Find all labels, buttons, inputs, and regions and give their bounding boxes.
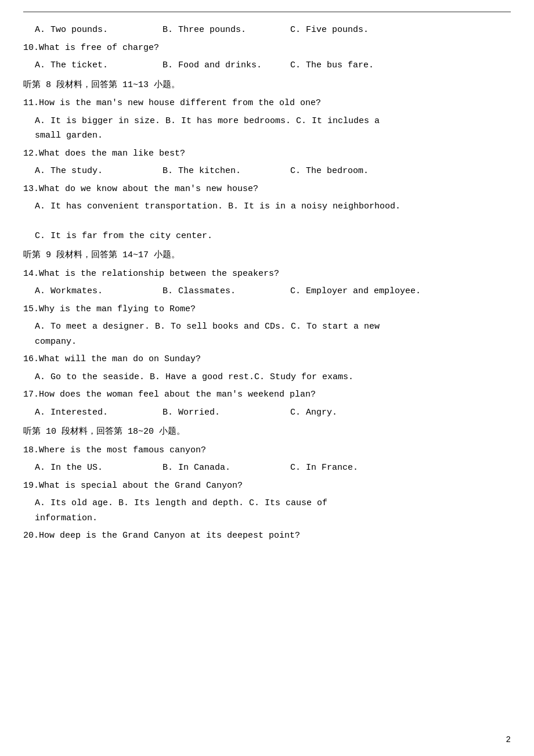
question: 18.Where is the most famous canyon?: [23, 443, 511, 458]
question: 14.What is the relationship between the …: [23, 267, 511, 282]
options-wrap-line2: small garden.: [35, 128, 511, 143]
option-b: B. Classmates.: [163, 284, 290, 299]
options-row: A. Workmates.B. Classmates.C. Employer a…: [23, 284, 511, 299]
continuation-text: C. It is far from the city center.: [23, 229, 511, 244]
option-c: C. In France.: [290, 460, 406, 476]
options-wrap-line1: A. Its old age. B. Its length and depth.…: [35, 496, 511, 511]
options-wrap-line1: A. It is bigger in size. B. It has more …: [35, 114, 511, 129]
content-area: A. Two pounds.B. Three pounds.C. Five po…: [23, 23, 511, 543]
option-b: B. The kitchen.: [163, 164, 290, 179]
question: 12.What does the man like best?: [23, 146, 511, 161]
options-wrap-row: A. It has convenient transportation. B. …: [23, 199, 511, 214]
options-wrap-row: A. It is bigger in size. B. It has more …: [23, 114, 511, 143]
options-row: A. Two pounds.B. Three pounds.C. Five po…: [23, 23, 511, 38]
option-a: A. The ticket.: [35, 58, 163, 73]
option-c: C. The bus fare.: [290, 58, 406, 73]
option-a: A. In the US.: [35, 460, 163, 476]
option-b: B. Food and drinks.: [163, 58, 290, 73]
options-wrap-line2: company.: [35, 334, 511, 350]
question: 13.What do we know about the man's new h…: [23, 182, 511, 197]
question: 17.How does the woman feel about the man…: [23, 387, 511, 402]
question: 10.What is free of charge?: [23, 41, 511, 56]
section-header: 听第 8 段材料，回答第 11~13 小题。: [23, 78, 511, 93]
option-c: C. Five pounds.: [290, 23, 406, 38]
options-row: A. In the US.B. In Canada.C. In France.: [23, 460, 511, 476]
option-b: C. Study for exams.: [254, 370, 382, 385]
option-c: C. Angry.: [290, 405, 406, 420]
question: 11.How is the man's new house different …: [23, 96, 511, 111]
options-wrap-row: A. Its old age. B. Its length and depth.…: [23, 496, 511, 525]
options-row: A. Interested.B. Worried.C. Angry.: [23, 405, 511, 420]
question: 20.How deep is the Grand Canyon at its d…: [23, 528, 511, 543]
options-wrap-line2: information.: [35, 511, 511, 526]
blank-line: [23, 217, 511, 229]
question: 15.Why is the man flying to Rome?: [23, 302, 511, 317]
option-a: A. Go to the seaside. B. Have a good res…: [35, 370, 254, 385]
question: 19.What is special about the Grand Canyo…: [23, 478, 511, 494]
options-row: A. Go to the seaside. B. Have a good res…: [23, 370, 511, 385]
options-wrap-line1: A. To meet a designer. B. To sell books …: [35, 319, 511, 334]
option-b: B. Three pounds.: [163, 23, 290, 38]
option-a: A. Two pounds.: [35, 23, 163, 38]
options-row: A. The study.B. The kitchen.C. The bedro…: [23, 164, 511, 179]
options-wrap-line1: A. It has convenient transportation. B. …: [35, 199, 511, 214]
section-header: 听第 10 段材料，回答第 18~20 小题。: [23, 424, 511, 440]
option-c: C. The bedroom.: [290, 164, 406, 179]
top-border: [23, 12, 511, 12]
page-number: 2: [506, 735, 511, 744]
option-a: A. The study.: [35, 164, 163, 179]
option-c: C. Employer and employee.: [290, 284, 421, 299]
page: A. Two pounds.B. Three pounds.C. Five po…: [0, 0, 534, 756]
options-wrap-row: A. To meet a designer. B. To sell books …: [23, 319, 511, 349]
option-b: B. Worried.: [163, 405, 290, 420]
option-b: B. In Canada.: [163, 460, 290, 476]
options-row: A. The ticket.B. Food and drinks.C. The …: [23, 58, 511, 73]
option-a: A. Interested.: [35, 405, 163, 420]
option-a: A. Workmates.: [35, 284, 163, 299]
question: 16.What will the man do on Sunday?: [23, 352, 511, 367]
section-header: 听第 9 段材料，回答第 14~17 小题。: [23, 248, 511, 263]
